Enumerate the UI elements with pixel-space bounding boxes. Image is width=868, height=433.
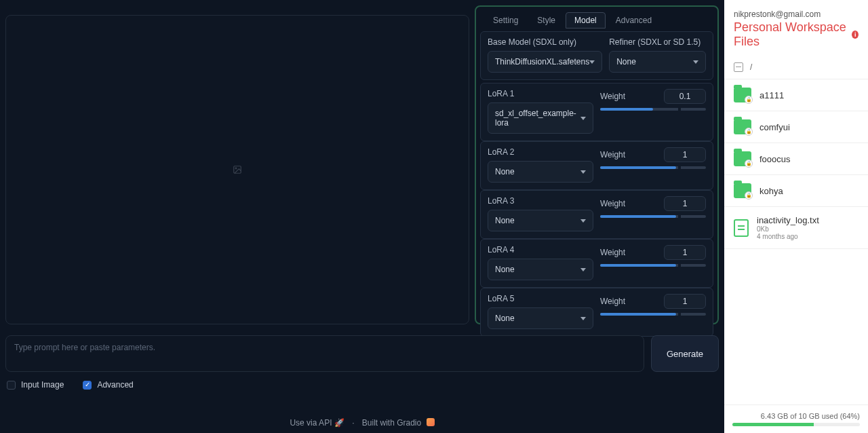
file-sidebar: nikprestonk@gmail.com Personal Workspace… xyxy=(724,0,868,433)
lora-1-select[interactable]: sd_xl_offset_example-lora xyxy=(488,102,593,134)
folder-row[interactable]: 🔒 a1111 xyxy=(724,79,868,111)
input-image-label: Input Image xyxy=(21,380,64,390)
file-row[interactable]: inactivity_log.txt 0Kb 4 months ago xyxy=(724,207,868,249)
base-model-value: ThinkDiffusionXL.safetens xyxy=(495,57,589,67)
lock-icon: 🔒 xyxy=(745,159,753,168)
chevron-down-icon xyxy=(580,268,586,271)
lora-4-value: None xyxy=(495,265,515,274)
folder-name: comfyui xyxy=(760,122,790,132)
folder-icon: 🔒 xyxy=(734,183,751,198)
info-icon[interactable]: i xyxy=(852,31,859,39)
refiner-select[interactable]: None xyxy=(609,51,706,73)
chevron-down-icon xyxy=(589,60,595,64)
lora-1-label: LoRA 1 xyxy=(488,89,593,98)
tab-advanced[interactable]: Advanced xyxy=(607,12,660,29)
lora-4-select[interactable]: None xyxy=(488,259,593,280)
generate-button[interactable]: Generate xyxy=(651,335,719,372)
lora-3-label: LoRA 3 xyxy=(488,196,593,206)
workspace-title: Personal Workspace Files i xyxy=(734,20,859,49)
lora-4-weight-label: Weight xyxy=(600,248,625,257)
lock-icon: 🔒 xyxy=(745,128,753,136)
lora-5-weight-slider[interactable] xyxy=(600,313,706,316)
user-email: nikprestonk@gmail.com xyxy=(734,10,859,19)
lora-1-weight-slider[interactable] xyxy=(600,108,706,111)
folder-row[interactable]: 🔒 kohya xyxy=(724,175,868,207)
settings-panel: Setting Style Model Advanced Base Model … xyxy=(475,5,719,324)
chevron-down-icon xyxy=(580,219,586,223)
prompt-input[interactable] xyxy=(5,335,644,372)
lora-5-weight-input[interactable] xyxy=(664,294,706,309)
lora-2-select[interactable]: None xyxy=(488,161,593,183)
tab-setting[interactable]: Setting xyxy=(484,12,527,29)
folder-icon: 🔒 xyxy=(734,119,751,134)
disk-icon xyxy=(734,62,743,72)
refiner-value: None xyxy=(616,57,636,67)
lock-icon: 🔒 xyxy=(745,191,753,200)
file-size: 0Kb xyxy=(757,225,819,233)
checkbox-checked-icon xyxy=(83,381,92,390)
lora-1-weight-input[interactable] xyxy=(664,89,706,104)
lora-3-select[interactable]: None xyxy=(488,210,593,231)
base-model-select[interactable]: ThinkDiffusionXL.safetens xyxy=(488,51,602,73)
advanced-checkbox[interactable]: Advanced xyxy=(83,380,133,390)
checkbox-icon xyxy=(7,381,16,390)
tab-model[interactable]: Model xyxy=(566,12,606,29)
input-image-checkbox[interactable]: Input Image xyxy=(7,380,64,390)
text-file-icon xyxy=(734,219,749,237)
chevron-down-icon xyxy=(580,117,586,120)
lora-2-weight-label: Weight xyxy=(600,150,625,159)
gradio-logo-icon xyxy=(427,418,435,426)
svg-point-1 xyxy=(235,168,237,169)
lora-5-weight-label: Weight xyxy=(600,297,625,306)
lora-1-value: sd_xl_offset_example-lora xyxy=(495,109,580,128)
lora-5-label: LoRA 5 xyxy=(488,294,593,303)
folder-name: kohya xyxy=(760,186,783,196)
chevron-down-icon xyxy=(580,317,586,320)
lora-4-weight-slider[interactable] xyxy=(600,264,706,267)
lora-2-value: None xyxy=(495,167,515,176)
lora-5-select[interactable]: None xyxy=(488,307,593,329)
lora-2-label: LoRA 2 xyxy=(488,147,593,157)
advanced-label: Advanced xyxy=(97,380,133,390)
lora-2-weight-input[interactable] xyxy=(664,147,706,162)
folder-name: a1111 xyxy=(760,90,784,100)
chevron-down-icon xyxy=(580,170,586,174)
footer: Use via API 🚀 · Built with Gradio xyxy=(5,409,719,433)
chevron-down-icon xyxy=(693,60,698,64)
built-with-gradio: Built with Gradio xyxy=(362,418,421,428)
refiner-label: Refiner (SDXL or SD 1.5) xyxy=(609,37,706,47)
folder-row[interactable]: 🔒 comfyui xyxy=(724,111,868,143)
breadcrumb-path: / xyxy=(750,62,752,72)
lora-3-weight-slider[interactable] xyxy=(600,215,706,218)
image-placeholder-icon xyxy=(233,165,242,174)
use-via-api-link[interactable]: Use via API 🚀 xyxy=(290,418,347,428)
lora-4-label: LoRA 4 xyxy=(488,245,593,255)
lora-3-weight-label: Weight xyxy=(600,199,625,208)
folder-name: fooocus xyxy=(760,154,791,164)
breadcrumb[interactable]: / xyxy=(724,54,868,79)
file-name: inactivity_log.txt xyxy=(757,215,819,225)
storage-bar xyxy=(732,423,860,426)
lora-5-value: None xyxy=(495,314,515,323)
lora-1-weight-label: Weight xyxy=(600,92,625,101)
lora-3-value: None xyxy=(495,216,515,225)
base-model-label: Base Model (SDXL only) xyxy=(488,37,602,47)
lora-3-weight-input[interactable] xyxy=(664,196,706,211)
tab-style[interactable]: Style xyxy=(528,12,564,29)
lora-2-weight-slider[interactable] xyxy=(600,166,706,169)
folder-icon: 🔒 xyxy=(734,88,751,102)
folder-row[interactable]: 🔒 fooocus xyxy=(724,143,868,175)
storage-text: 6.43 GB of 10 GB used (64%) xyxy=(732,412,860,420)
folder-icon: 🔒 xyxy=(734,151,751,166)
lock-icon: 🔒 xyxy=(745,96,753,104)
file-age: 4 months ago xyxy=(757,233,819,240)
image-preview[interactable] xyxy=(5,15,469,324)
lora-4-weight-input[interactable] xyxy=(664,245,706,260)
